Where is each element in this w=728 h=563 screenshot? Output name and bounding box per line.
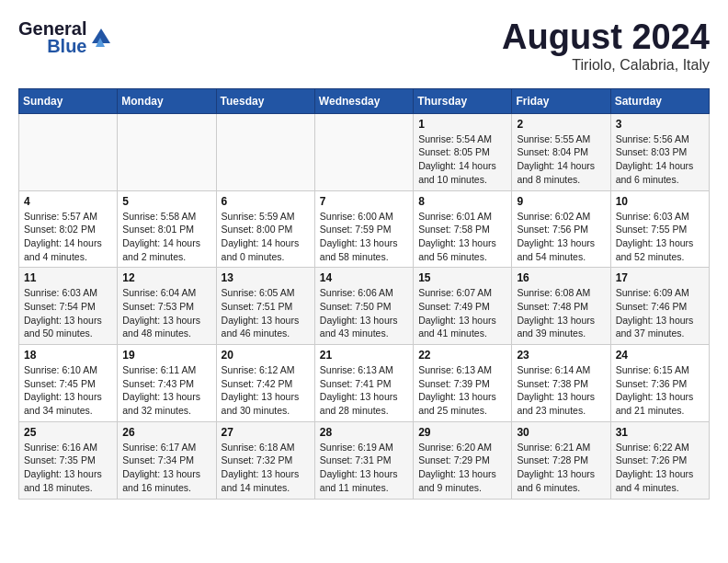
day-info: Sunrise: 6:19 AM Sunset: 7:31 PM Dayligh… <box>320 441 408 495</box>
day-info: Sunrise: 6:12 AM Sunset: 7:42 PM Dayligh… <box>222 363 310 418</box>
day-number: 15 <box>418 271 506 284</box>
calendar-location: Tiriolo, Calabria, Italy <box>502 57 710 74</box>
day-number: 24 <box>616 349 704 362</box>
calendar-cell: 12Sunrise: 6:04 AM Sunset: 7:53 PM Dayli… <box>118 268 216 345</box>
calendar-cell: 23Sunrise: 6:14 AM Sunset: 7:38 PM Dayli… <box>512 345 610 422</box>
day-info: Sunrise: 6:11 AM Sunset: 7:43 PM Dayligh… <box>122 363 210 418</box>
calendar-cell: 20Sunrise: 6:12 AM Sunset: 7:42 PM Dayli… <box>216 345 314 422</box>
day-number: 13 <box>222 271 310 284</box>
day-info: Sunrise: 5:59 AM Sunset: 8:00 PM Dayligh… <box>222 210 310 264</box>
day-number: 3 <box>616 118 704 131</box>
calendar-cell: 29Sunrise: 6:20 AM Sunset: 7:29 PM Dayli… <box>414 421 512 499</box>
calendar-week-3: 11Sunrise: 6:03 AM Sunset: 7:54 PM Dayli… <box>19 268 710 345</box>
day-info: Sunrise: 5:54 AM Sunset: 8:05 PM Dayligh… <box>418 132 506 187</box>
calendar-cell: 17Sunrise: 6:09 AM Sunset: 7:46 PM Dayli… <box>610 268 709 345</box>
day-info: Sunrise: 6:17 AM Sunset: 7:34 PM Dayligh… <box>122 441 210 495</box>
day-number: 7 <box>320 195 408 208</box>
day-header-sunday: Sunday <box>19 88 118 113</box>
day-number: 9 <box>517 195 605 208</box>
day-number: 21 <box>320 349 408 362</box>
day-info: Sunrise: 6:04 AM Sunset: 7:53 PM Dayligh… <box>122 286 210 340</box>
calendar-cell <box>314 113 413 190</box>
calendar-cell: 27Sunrise: 6:18 AM Sunset: 7:32 PM Dayli… <box>216 421 314 499</box>
day-number: 4 <box>24 195 112 208</box>
day-info: Sunrise: 6:07 AM Sunset: 7:49 PM Dayligh… <box>418 286 506 340</box>
day-number: 1 <box>418 118 506 131</box>
calendar-cell: 31Sunrise: 6:22 AM Sunset: 7:26 PM Dayli… <box>610 421 709 499</box>
calendar-cell: 26Sunrise: 6:17 AM Sunset: 7:34 PM Dayli… <box>118 421 216 499</box>
day-info: Sunrise: 6:14 AM Sunset: 7:38 PM Dayligh… <box>517 363 605 418</box>
day-number: 30 <box>517 426 605 439</box>
day-info: Sunrise: 6:06 AM Sunset: 7:50 PM Dayligh… <box>320 286 408 340</box>
day-info: Sunrise: 5:56 AM Sunset: 8:03 PM Dayligh… <box>616 132 704 187</box>
day-info: Sunrise: 6:08 AM Sunset: 7:48 PM Dayligh… <box>517 286 605 340</box>
calendar-cell: 22Sunrise: 6:13 AM Sunset: 7:39 PM Dayli… <box>414 345 512 422</box>
title-block: August 2024 Tiriolo, Calabria, Italy <box>502 18 710 74</box>
day-number: 2 <box>517 118 605 131</box>
day-header-tuesday: Tuesday <box>216 88 314 113</box>
calendar-cell <box>19 113 118 190</box>
calendar-cell: 1Sunrise: 5:54 AM Sunset: 8:05 PM Daylig… <box>414 113 512 190</box>
calendar-cell: 4Sunrise: 5:57 AM Sunset: 8:02 PM Daylig… <box>19 190 118 268</box>
day-info: Sunrise: 6:01 AM Sunset: 7:58 PM Dayligh… <box>418 210 506 264</box>
calendar-cell: 10Sunrise: 6:03 AM Sunset: 7:55 PM Dayli… <box>610 190 709 268</box>
day-number: 29 <box>418 426 506 439</box>
day-number: 20 <box>222 349 310 362</box>
day-header-thursday: Thursday <box>414 88 512 113</box>
calendar-cell: 18Sunrise: 6:10 AM Sunset: 7:45 PM Dayli… <box>19 345 118 422</box>
calendar-cell: 11Sunrise: 6:03 AM Sunset: 7:54 PM Dayli… <box>19 268 118 345</box>
day-number: 17 <box>616 271 704 284</box>
calendar-cell: 9Sunrise: 6:02 AM Sunset: 7:56 PM Daylig… <box>512 190 610 268</box>
day-number: 14 <box>320 271 408 284</box>
day-number: 8 <box>418 195 506 208</box>
day-info: Sunrise: 5:55 AM Sunset: 8:04 PM Dayligh… <box>517 132 605 187</box>
day-number: 27 <box>222 426 310 439</box>
calendar-cell: 14Sunrise: 6:06 AM Sunset: 7:50 PM Dayli… <box>314 268 413 345</box>
day-info: Sunrise: 6:03 AM Sunset: 7:55 PM Dayligh… <box>616 210 704 264</box>
calendar-cell: 21Sunrise: 6:13 AM Sunset: 7:41 PM Dayli… <box>314 345 413 422</box>
day-header-saturday: Saturday <box>610 88 709 113</box>
calendar-cell: 8Sunrise: 6:01 AM Sunset: 7:58 PM Daylig… <box>414 190 512 268</box>
calendar-cell: 24Sunrise: 6:15 AM Sunset: 7:36 PM Dayli… <box>610 345 709 422</box>
calendar-week-2: 4Sunrise: 5:57 AM Sunset: 8:02 PM Daylig… <box>19 190 710 268</box>
calendar-cell: 2Sunrise: 5:55 AM Sunset: 8:04 PM Daylig… <box>512 113 610 190</box>
day-number: 22 <box>418 349 506 362</box>
day-info: Sunrise: 6:03 AM Sunset: 7:54 PM Dayligh… <box>24 286 112 340</box>
day-info: Sunrise: 6:18 AM Sunset: 7:32 PM Dayligh… <box>222 441 310 495</box>
calendar-cell: 15Sunrise: 6:07 AM Sunset: 7:49 PM Dayli… <box>414 268 512 345</box>
day-number: 26 <box>122 426 210 439</box>
calendar-week-5: 25Sunrise: 6:16 AM Sunset: 7:35 PM Dayli… <box>19 421 710 499</box>
day-info: Sunrise: 6:13 AM Sunset: 7:39 PM Dayligh… <box>418 363 506 418</box>
day-info: Sunrise: 6:22 AM Sunset: 7:26 PM Dayligh… <box>616 441 704 495</box>
day-number: 6 <box>222 195 310 208</box>
calendar-cell: 3Sunrise: 5:56 AM Sunset: 8:03 PM Daylig… <box>610 113 709 190</box>
day-number: 31 <box>616 426 704 439</box>
day-info: Sunrise: 5:57 AM Sunset: 8:02 PM Dayligh… <box>24 210 112 264</box>
day-number: 28 <box>320 426 408 439</box>
day-number: 11 <box>24 271 112 284</box>
day-info: Sunrise: 6:05 AM Sunset: 7:51 PM Dayligh… <box>222 286 310 340</box>
day-number: 5 <box>122 195 210 208</box>
day-info: Sunrise: 6:16 AM Sunset: 7:35 PM Dayligh… <box>24 441 112 495</box>
day-info: Sunrise: 6:10 AM Sunset: 7:45 PM Dayligh… <box>24 363 112 418</box>
calendar-cell: 28Sunrise: 6:19 AM Sunset: 7:31 PM Dayli… <box>314 421 413 499</box>
calendar-title: August 2024 <box>502 18 710 57</box>
day-info: Sunrise: 6:15 AM Sunset: 7:36 PM Dayligh… <box>616 363 704 418</box>
calendar-cell: 5Sunrise: 5:58 AM Sunset: 8:01 PM Daylig… <box>118 190 216 268</box>
calendar-cell: 16Sunrise: 6:08 AM Sunset: 7:48 PM Dayli… <box>512 268 610 345</box>
calendar-week-1: 1Sunrise: 5:54 AM Sunset: 8:05 PM Daylig… <box>19 113 710 190</box>
logo-blue: Blue <box>47 36 86 57</box>
calendar-cell <box>216 113 314 190</box>
page-header: General Blue August 2024 Tiriolo, Calabr… <box>18 18 710 74</box>
calendar-cell: 19Sunrise: 6:11 AM Sunset: 7:43 PM Dayli… <box>118 345 216 422</box>
logo: General Blue <box>18 18 114 57</box>
day-number: 23 <box>517 349 605 362</box>
day-number: 10 <box>616 195 704 208</box>
day-header-friday: Friday <box>512 88 610 113</box>
calendar-table: SundayMondayTuesdayWednesdayThursdayFrid… <box>18 88 710 500</box>
day-number: 16 <box>517 271 605 284</box>
calendar-cell: 30Sunrise: 6:21 AM Sunset: 7:28 PM Dayli… <box>512 421 610 499</box>
day-info: Sunrise: 6:00 AM Sunset: 7:59 PM Dayligh… <box>320 210 408 264</box>
day-header-monday: Monday <box>118 88 216 113</box>
day-number: 18 <box>24 349 112 362</box>
